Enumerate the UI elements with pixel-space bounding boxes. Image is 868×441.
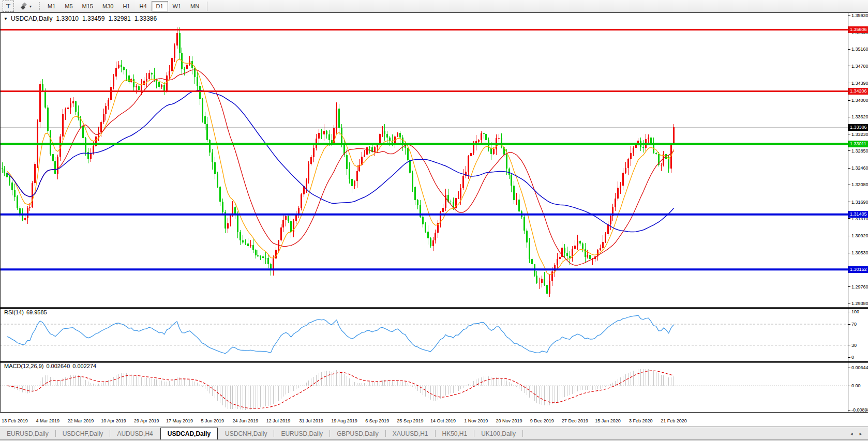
price-axis-tick: 1.35160 (851, 47, 868, 52)
macd-axis-tick: -0.00898 (851, 407, 868, 413)
date-axis-label: 12 Jul 2019 (266, 418, 291, 423)
chart-tab-bar: EURUSD,DailyUSDCHF,DailyAUDUSD,H4USDCAD,… (0, 427, 868, 439)
date-axis-label: 21 Feb 2020 (661, 418, 687, 423)
tab-usdchf-daily[interactable]: USDCHF,Daily (56, 429, 110, 439)
timeframe-button-d1[interactable]: D1 (152, 1, 168, 11)
ohlc-open: 1.33010 (56, 15, 79, 22)
date-axis-label: 4 Mar 2019 (36, 418, 59, 423)
date-axis-label: 10 Apr 2019 (101, 418, 126, 423)
price-axis-tick: 1.30530 (851, 250, 868, 255)
price-axis-tick: 1.32850 (851, 148, 868, 154)
macd-value-main: 0.002640 (46, 363, 70, 369)
price-axis-tick: 1.29760 (851, 284, 868, 290)
price-axis-tick: 1.31690 (851, 200, 868, 205)
timeframe-button-h4[interactable]: H4 (134, 1, 151, 11)
price-level-badge: 1.31405 (848, 211, 868, 218)
timeframe-button-m5[interactable]: M5 (60, 1, 77, 11)
date-axis-label: 1 Nov 2019 (464, 418, 488, 423)
tab-usdcad-daily[interactable]: USDCAD,Daily (160, 428, 218, 439)
trading-terminal-window: T ▾ M1M5M15M30H1H4D1W1MN ▼ USDCAD,Daily … (0, 0, 868, 441)
price-level-badge: 1.30152 (848, 266, 868, 273)
macd-name: MACD(12,26,9) (4, 363, 43, 369)
price-axis-tick: 1.33620 (851, 114, 868, 119)
macd-indicator-label: MACD(12,26,9)0.0026400.002274 (4, 363, 99, 369)
price-level-badge: 1.33011 (848, 141, 868, 147)
date-axis-label: 22 Mar 2019 (68, 418, 94, 423)
symbol-dropdown-icon[interactable]: ▼ (4, 17, 8, 21)
price-axis-tick: 1.34780 (851, 64, 868, 69)
chevron-down-icon: ▾ (29, 4, 32, 9)
rsi-axis-tick: 0 (851, 355, 854, 360)
tab-uk100-daily[interactable]: UK100,Daily (474, 429, 522, 439)
symbols-tool-button[interactable]: ▾ (17, 1, 35, 11)
tab-eurusd-daily[interactable]: EURUSD,Daily (274, 429, 330, 439)
macd-axis-tick: 0.006448 (851, 365, 868, 370)
tab-eurusd-daily[interactable]: EURUSD,Daily (0, 429, 55, 439)
timeframe-button-m15[interactable]: M15 (78, 1, 98, 11)
date-axis-label: 20 Nov 2019 (496, 418, 522, 423)
ohlc-high: 1.33459 (82, 15, 104, 22)
timeframe-button-group: M1M5M15M30H1H4D1W1MN (43, 1, 204, 11)
price-axis-tick: 1.33230 (851, 132, 868, 137)
tab-gbpusd-daily[interactable]: GBPUSD,Daily (330, 429, 385, 439)
rsi-value: 69.9585 (26, 309, 47, 315)
text-tool-button[interactable]: T (3, 1, 14, 12)
rsi-axis-tick: 30 (851, 343, 857, 348)
toolbar-grip (39, 2, 40, 10)
toolbar-separator (207, 2, 207, 11)
date-axis-label: 9 Dec 2019 (530, 418, 554, 423)
date-axis-label: 14 Oct 2019 (430, 418, 456, 423)
tab-scroll-arrows: ◄► (849, 432, 863, 436)
tab-scroll-right-icon[interactable]: ► (859, 432, 863, 436)
date-axis-label: 13 Feb 2019 (2, 418, 28, 423)
rsi-indicator-label: RSI(14)69.9585 (4, 309, 50, 315)
date-axis-label: 15 Jan 2020 (595, 418, 621, 423)
price-axis-tick: 1.30920 (851, 233, 868, 238)
date-axis-label: 25 Sep 2019 (397, 418, 423, 423)
price-axis-tick: 1.34000 (851, 98, 868, 103)
text-tool-icon: T (6, 2, 10, 10)
timeframe-button-m30[interactable]: M30 (98, 1, 118, 11)
date-axis-label: 19 Aug 2019 (331, 418, 357, 423)
macd-axis-tick: 0.00 (851, 383, 861, 388)
price-axis-tick: 1.35930 (851, 13, 868, 18)
timeframe-button-w1[interactable]: W1 (168, 1, 186, 11)
price-axis-tick: 1.29380 (851, 301, 868, 306)
toolbar: T ▾ M1M5M15M30H1H4D1W1MN (0, 0, 868, 12)
rsi-axis-tick: 70 (851, 322, 857, 327)
date-axis-label: 3 Feb 2020 (629, 418, 653, 423)
ohlc-low: 1.32981 (108, 15, 130, 22)
date-axis-label: 31 Jul 2019 (300, 418, 324, 423)
price-axis-tick: 1.32460 (851, 165, 868, 171)
rsi-axis-tick: 100 (851, 309, 859, 314)
date-axis-label: 5 Jun 2019 (201, 418, 224, 423)
date-axis-label: 24 Jun 2019 (233, 418, 259, 423)
tab-usdcnh-daily[interactable]: USDCNH,Daily (218, 429, 274, 439)
timeframe-button-h1[interactable]: H1 (118, 1, 134, 11)
cycle-symbols-icon (20, 3, 28, 10)
timeframe-button-m1[interactable]: M1 (43, 1, 60, 11)
date-axis-label: 29 Apr 2019 (134, 418, 159, 423)
timeframe-button-mn[interactable]: MN (186, 1, 204, 11)
tab-hk50-h1[interactable]: HK50,H1 (436, 429, 474, 439)
date-axis-label: 17 May 2019 (166, 418, 193, 423)
price-level-badge: 1.34206 (848, 88, 868, 95)
tab-audusd-h4[interactable]: AUDUSD,H4 (110, 429, 159, 439)
chart-canvas[interactable] (0, 0, 868, 441)
chart-title: ▼ USDCAD,Daily 1.33010 1.33459 1.32981 1… (4, 15, 157, 22)
price-axis-tick: 1.32080 (851, 182, 868, 187)
date-axis-label: 27 Dec 2019 (562, 418, 588, 423)
date-axis-label: 6 Sep 2019 (365, 418, 389, 423)
tab-xauusd-h1[interactable]: XAUUSD,H1 (386, 429, 435, 439)
chart-symbol-label: USDCAD,Daily (11, 15, 53, 22)
tab-separator (522, 430, 523, 437)
price-level-badge: 1.35606 (848, 26, 868, 33)
ohlc-close: 1.33386 (134, 15, 157, 22)
tab-scroll-left-icon[interactable]: ◄ (849, 432, 854, 436)
rsi-name: RSI(14) (4, 309, 24, 315)
macd-value-signal: 0.002274 (72, 363, 96, 369)
current-price-badge: 1.33386 (848, 124, 868, 131)
price-axis-tick: 1.34390 (851, 81, 868, 86)
